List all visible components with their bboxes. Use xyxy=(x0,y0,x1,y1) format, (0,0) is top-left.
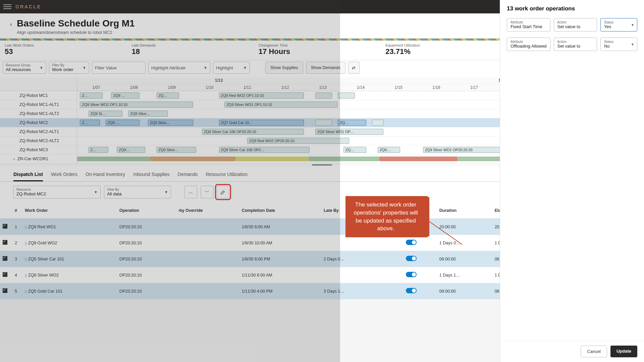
resource-select[interactable]: Resource ZQ-Robot MC2 ▼ xyxy=(13,186,101,198)
gantt-bar[interactable] xyxy=(338,93,355,99)
placeholder: Highlight xyxy=(216,65,247,70)
resource-name: ZQ-Robot MC2-ALT2 xyxy=(0,136,77,145)
gantt-bar[interactable]: ZQ9 Red WO2 OP20:20:10 xyxy=(247,138,349,144)
toggle-switch[interactable] xyxy=(406,240,417,245)
tab-work-orders[interactable]: Work Orders xyxy=(51,172,77,181)
firm-status-cell xyxy=(376,251,403,267)
gantt-bar[interactable]: ZQ9 … xyxy=(106,120,140,126)
toggle-switch[interactable] xyxy=(406,272,417,277)
filter-by-select[interactable]: Filter By Work order ▼ xyxy=(49,62,89,74)
gantt-bar[interactable] xyxy=(315,120,332,126)
work-order-cell[interactable]: ▯ZQ9 Red WO1 xyxy=(22,219,117,235)
col-header[interactable] xyxy=(0,202,12,219)
gantt-bar[interactable]: ZQ9… xyxy=(378,147,400,153)
work-order-cell[interactable]: ▯ZQ5 Silver Car 101 xyxy=(22,251,117,267)
filter-value-input[interactable]: Filter Value xyxy=(92,62,146,74)
duration-cell: 1 Days 1… xyxy=(437,267,492,283)
view-by-select[interactable]: View By All data ▼ xyxy=(104,186,171,198)
override-cell xyxy=(175,251,239,267)
col-header[interactable]: # xyxy=(12,202,22,219)
duration-cell: 06:00:00 xyxy=(437,251,492,267)
col-header[interactable]: Work Order xyxy=(22,202,117,219)
gantt-bar[interactable]: ZQ9 Silver WO2 OP1:10:10 xyxy=(80,102,193,108)
checkbox[interactable] xyxy=(3,256,7,261)
show-demands-button[interactable]: Show Demands xyxy=(306,62,345,74)
checkbox[interactable] xyxy=(3,240,7,245)
scroll-thumb[interactable] xyxy=(312,164,332,166)
tab-demands[interactable]: Demands xyxy=(178,172,198,181)
action-field[interactable]: ActionSet value to xyxy=(554,38,597,51)
row-number: 2 xyxy=(12,235,22,251)
gantt-bar[interactable]: ZQ9 Silve… xyxy=(157,147,196,153)
col-header[interactable]: Duration xyxy=(437,202,492,219)
gantt-bar[interactable]: ZQ9 Silver Car 106 OP2… xyxy=(219,147,310,153)
checkbox[interactable] xyxy=(3,272,7,277)
gantt-bar[interactable] xyxy=(315,93,332,99)
gantt-bar[interactable]: ZQ9 … xyxy=(111,93,140,99)
tab-resource-utilization[interactable]: Resource Utilization xyxy=(206,172,248,181)
chevron-down-icon: ▼ xyxy=(631,43,634,46)
highlight-select[interactable]: Highlight ▼ xyxy=(213,62,250,74)
highlight-attribute-select[interactable]: Highlight Attribute ▼ xyxy=(148,62,210,74)
row-number: 3 xyxy=(12,251,22,267)
edit-button[interactable] xyxy=(217,186,229,198)
gantt-bar[interactable]: ZQ9 Silve… xyxy=(128,111,168,117)
offloading-cell xyxy=(403,283,437,299)
value: All resources xyxy=(6,67,43,72)
attribute-field[interactable]: AttributeFixed Start Time xyxy=(507,18,550,32)
toggle-switch[interactable] xyxy=(406,256,417,261)
metric-value: 23.71% xyxy=(385,47,512,56)
menu-icon[interactable] xyxy=(3,3,11,11)
col-header[interactable]: Completion Date xyxy=(239,202,321,219)
work-order-cell[interactable]: ▯ZQ5 Gold Car 101 xyxy=(22,283,117,299)
chevron-down-icon: ▼ xyxy=(40,66,43,70)
toggle-switch[interactable] xyxy=(406,288,417,293)
gantt-bar[interactable]: Z… xyxy=(80,120,100,126)
gantt-bar[interactable]: ZQ7 Gold Car 10… xyxy=(219,120,304,126)
gantt-bar[interactable]: ZQ9 Si… xyxy=(89,111,122,117)
gantt-bar[interactable]: Z… xyxy=(89,147,108,153)
day-label: 1/09 xyxy=(153,84,191,91)
tab-inbound-supplies[interactable]: Inbound Supplies xyxy=(133,172,169,181)
day-label: 1/14 xyxy=(342,84,380,91)
swap-icon-button[interactable]: ⇄ xyxy=(348,62,360,74)
gantt-bar[interactable]: ZQ9 Silver WO1 OP… xyxy=(315,129,383,135)
gantt-bar[interactable]: ZQ… xyxy=(343,147,366,153)
gantt-bar[interactable]: ZQ9… xyxy=(117,147,145,153)
col-header[interactable]: Operation xyxy=(117,202,175,219)
status-field[interactable]: StatusYes▼ xyxy=(600,18,637,32)
gantt-bar[interactable] xyxy=(372,120,383,126)
col-header[interactable]: -by Override xyxy=(175,202,239,219)
week-label: 1/13 xyxy=(77,77,361,84)
tab-dispatch-list[interactable]: Dispatch List xyxy=(13,172,43,181)
checkbox[interactable] xyxy=(3,288,7,293)
status-field[interactable]: StatusNo▼ xyxy=(600,38,637,51)
show-supplies-button[interactable]: Show Supplies xyxy=(265,62,303,74)
gantt-bar[interactable]: ZQ9 Silver Car 106 OP20:20:10 xyxy=(202,129,304,135)
resource-name: ZQ-Robot MC1 xyxy=(0,91,77,100)
gantt-bar[interactable]: ZQ9 Silver WO1 OP1:10:10 xyxy=(224,102,338,108)
metric-value: 53 xyxy=(5,47,131,56)
action-field[interactable]: ActionSet value to xyxy=(554,18,597,32)
checkbox[interactable] xyxy=(3,224,7,229)
gantt-bar[interactable]: ZQ9 Silve… xyxy=(148,120,193,126)
attribute-field[interactable]: AttributeOffloading Allowed xyxy=(507,38,550,51)
label: Resource xyxy=(16,188,98,191)
resource-group-select[interactable]: Resource Group All resources ▼ xyxy=(3,62,46,74)
resource-name: ZQ-Robot MC2-ALT1 xyxy=(0,127,77,136)
move-up-button[interactable]: ︿ xyxy=(184,186,197,198)
day-label: 1/11 xyxy=(228,84,266,91)
work-order-cell[interactable]: ▯ZQ9 Gold WO2 xyxy=(22,235,117,251)
move-down-button[interactable]: ﹀ xyxy=(201,186,213,198)
work-order-cell[interactable]: ▯ZQ9 Silver WO2 xyxy=(22,267,117,283)
chevron-right-icon[interactable]: › xyxy=(13,157,15,161)
update-button[interactable]: Update xyxy=(610,346,637,357)
label: Resource Group xyxy=(6,63,43,67)
gantt-bar[interactable]: ZQ… xyxy=(338,120,366,126)
cancel-button[interactable]: Cancel xyxy=(581,346,607,357)
gantt-bar[interactable]: ZQ… xyxy=(157,93,179,99)
back-button[interactable]: ‹ xyxy=(10,21,12,28)
gantt-bar[interactable]: Z… xyxy=(80,93,103,99)
gantt-bar[interactable]: ZQ9 Red WO2 OP1:10:10 xyxy=(219,93,304,99)
tab-on-hand-inventory[interactable]: On-Hand Inventory xyxy=(86,172,125,181)
